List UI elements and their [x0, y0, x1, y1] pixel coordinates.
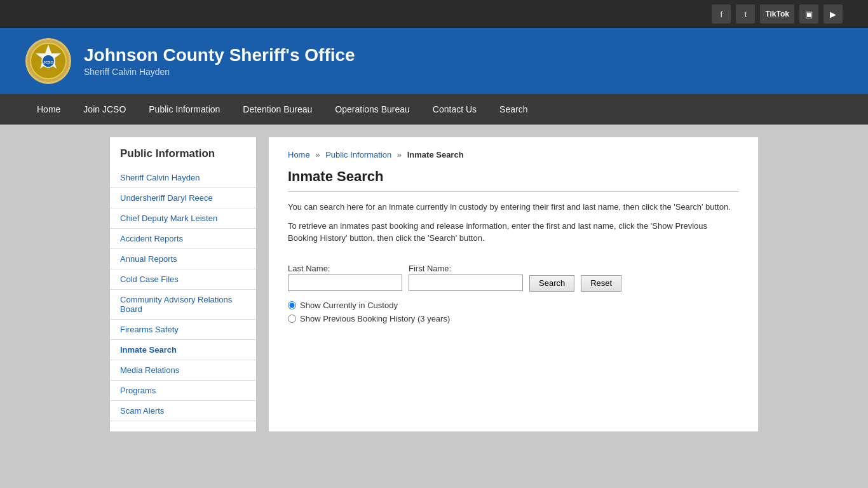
radio-history-label[interactable]: Show Previous Booking History (3 years) — [288, 314, 739, 323]
description-1: You can search here for an inmate curren… — [288, 201, 739, 214]
main-content: Home » Public Information » Inmate Searc… — [269, 137, 758, 431]
last-name-field: Last Name: — [288, 264, 402, 291]
nav-search[interactable]: Search — [488, 94, 539, 125]
first-name-input[interactable] — [409, 274, 523, 291]
header: JCSO Johnson County Sheriff's Office She… — [0, 28, 868, 94]
site-title: Johnson County Sheriff's Office — [84, 45, 355, 65]
sidebar-item-undersheriff[interactable]: Undersheriff Daryl Reece — [110, 188, 256, 208]
top-bar: f t TikTok ▣ ▶ — [0, 0, 868, 28]
twitter-icon[interactable]: t — [736, 4, 755, 24]
radio-custody[interactable] — [288, 301, 296, 309]
content-wrapper: Public Information Sheriff Calvin Hayden… — [110, 137, 758, 431]
facebook-icon[interactable]: f — [712, 4, 731, 24]
youtube-icon[interactable]: ▶ — [824, 4, 843, 24]
first-name-field: First Name: — [409, 264, 523, 291]
nav-operations-bureau[interactable]: Operations Bureau — [323, 94, 421, 125]
sidebar-item-annual-reports[interactable]: Annual Reports — [110, 249, 256, 269]
first-name-label: First Name: — [409, 264, 520, 273]
reset-button[interactable]: Reset — [581, 275, 621, 292]
nav-public-information[interactable]: Public Information — [137, 94, 231, 125]
sidebar-item-sheriff[interactable]: Sheriff Calvin Hayden — [110, 168, 256, 188]
breadcrumb-home[interactable]: Home — [288, 150, 310, 159]
svg-text:JCSO: JCSO — [43, 60, 54, 64]
tiktok-icon[interactable]: TikTok — [760, 4, 794, 24]
sidebar: Public Information Sheriff Calvin Hayden… — [110, 137, 256, 431]
breadcrumb-section[interactable]: Public Information — [325, 150, 391, 159]
sidebar-item-media-relations[interactable]: Media Relations — [110, 360, 256, 381]
name-inputs-row: Last Name: First Name: Search Reset — [288, 264, 739, 292]
badge-logo: JCSO — [25, 38, 71, 84]
sidebar-item-programs[interactable]: Programs — [110, 381, 256, 401]
radio-history[interactable] — [288, 315, 296, 323]
search-form: Last Name: First Name: Search Reset Show… — [288, 264, 739, 323]
page-title: Inmate Search — [288, 168, 739, 192]
breadcrumb: Home » Public Information » Inmate Searc… — [288, 150, 739, 159]
last-name-input[interactable] — [288, 274, 402, 291]
description-2: To retrieve an inmates past booking and … — [288, 220, 739, 245]
sidebar-item-firearms[interactable]: Firearms Safety — [110, 320, 256, 340]
site-subtitle: Sheriff Calvin Hayden — [84, 67, 355, 77]
sidebar-item-carb[interactable]: Community Advisory Relations Board — [110, 290, 256, 320]
nav-contact-us[interactable]: Contact Us — [421, 94, 488, 125]
sidebar-item-cold-case[interactable]: Cold Case Files — [110, 269, 256, 290]
breadcrumb-sep-2: » — [397, 150, 402, 159]
radio-custody-text: Show Currently in Custody — [300, 301, 398, 310]
nav-detention-bureau[interactable]: Detention Bureau — [231, 94, 323, 125]
breadcrumb-current: Inmate Search — [407, 150, 464, 159]
sidebar-title: Public Information — [110, 147, 256, 168]
sidebar-item-chief-deputy[interactable]: Chief Deputy Mark Leisten — [110, 208, 256, 229]
search-button[interactable]: Search — [529, 275, 574, 292]
breadcrumb-sep-1: » — [315, 150, 320, 159]
sidebar-item-accident-reports[interactable]: Accident Reports — [110, 229, 256, 249]
header-text: Johnson County Sheriff's Office Sheriff … — [84, 45, 355, 77]
last-name-label: Last Name: — [288, 264, 400, 273]
radio-custody-label[interactable]: Show Currently in Custody — [288, 301, 739, 310]
sidebar-item-inmate-search[interactable]: Inmate Search — [110, 340, 256, 360]
nav-join-jcso[interactable]: Join JCSO — [72, 94, 137, 125]
radio-history-text: Show Previous Booking History (3 years) — [300, 314, 450, 323]
instagram-icon[interactable]: ▣ — [799, 4, 818, 24]
radio-group: Show Currently in Custody Show Previous … — [288, 301, 739, 323]
nav-home[interactable]: Home — [25, 94, 72, 125]
main-nav: Home Join JCSO Public Information Detent… — [0, 94, 868, 125]
sidebar-item-scam-alerts[interactable]: Scam Alerts — [110, 401, 256, 421]
